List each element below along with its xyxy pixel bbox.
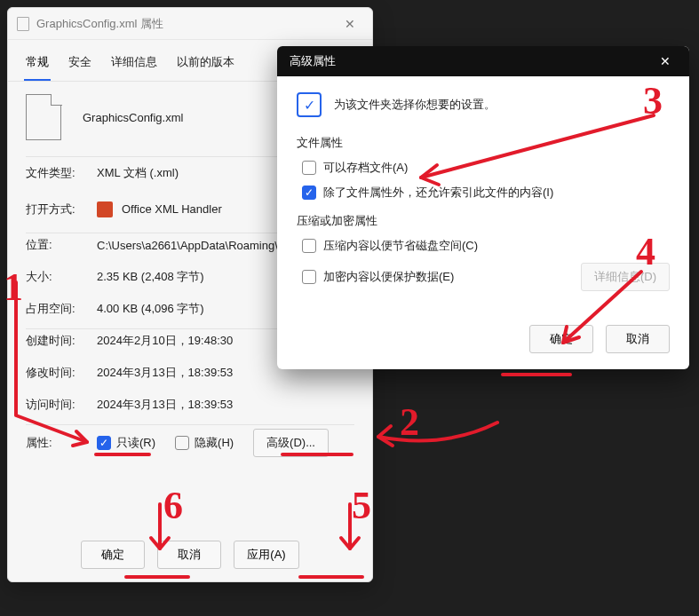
checkbox-off-icon <box>302 161 316 175</box>
file-attributes-title: 文件属性 <box>297 135 670 151</box>
checkbox-on-icon: ✓ <box>302 186 316 200</box>
checkbox-on-icon: ✓ <box>97 436 111 450</box>
checkbox-off-icon <box>302 239 316 253</box>
tab-general[interactable]: 常规 <box>24 49 51 81</box>
label-ctime: 创建时间: <box>26 333 97 349</box>
compress-encrypt-title: 压缩或加密属性 <box>297 213 670 229</box>
check-icon: ✓ <box>297 92 322 117</box>
advanced-headline: 为该文件夹选择你想要的设置。 <box>334 97 496 113</box>
label-size: 大小: <box>26 269 97 285</box>
window-title: GraphicsConfig.xml 属性 <box>36 16 163 32</box>
value-size: 2.35 KB (2,408 字节) <box>97 269 204 285</box>
index-checkbox[interactable]: ✓ 除了文件属性外，还允许索引此文件的内容(I) <box>302 185 670 201</box>
encrypt-label: 加密内容以便保护数据(E) <box>323 269 454 285</box>
checkbox-off-icon <box>302 270 316 284</box>
file-icon <box>17 17 29 31</box>
label-atime: 访问时间: <box>26 397 97 413</box>
compress-checkbox[interactable]: 压缩内容以便节省磁盘空间(C) <box>302 238 670 254</box>
label-mtime: 修改时间: <box>26 365 97 381</box>
advanced-body: ✓ 为该文件夹选择你想要的设置。 文件属性 可以存档文件(A) ✓ 除了文件属性… <box>277 76 689 312</box>
readonly-label: 只读(R) <box>116 435 155 451</box>
label-type: 文件类型: <box>26 165 97 181</box>
value-mtime: 2024年3月13日，18:39:53 <box>97 365 233 381</box>
tab-details[interactable]: 详细信息 <box>109 49 159 81</box>
dialog-buttons: 确定 取消 应用(A) <box>8 541 372 569</box>
checkbox-off-icon <box>175 436 189 450</box>
encrypt-checkbox[interactable]: 加密内容以便保护数据(E) <box>302 263 454 291</box>
readonly-checkbox[interactable]: ✓ 只读(R) <box>97 435 155 451</box>
tab-security[interactable]: 安全 <box>67 49 93 81</box>
value-location: C:\Users\a2661\AppData\Roaming\ <box>97 239 278 252</box>
label-openwith: 打开方式: <box>26 201 97 217</box>
advanced-button[interactable]: 高级(D)... <box>253 429 329 457</box>
advanced-title: 高级属性 <box>290 53 336 69</box>
file-attributes-section: 文件属性 可以存档文件(A) ✓ 除了文件属性外，还允许索引此文件的内容(I) <box>297 135 670 201</box>
annotation-arrow-2 <box>373 405 506 458</box>
label-attributes: 属性: <box>26 435 97 451</box>
apply-button[interactable]: 应用(A) <box>234 541 298 569</box>
office-icon <box>97 201 113 217</box>
label-disk: 占用空间: <box>26 301 97 317</box>
annotation-2: 2 <box>400 399 419 445</box>
advanced-header: ✓ 为该文件夹选择你想要的设置。 <box>297 92 670 117</box>
label-location: 位置: <box>26 237 97 253</box>
advanced-close-icon[interactable]: ✕ <box>654 50 677 73</box>
ok-button[interactable]: 确定 <box>81 541 145 569</box>
hidden-checkbox[interactable]: 隐藏(H) <box>175 435 234 451</box>
filename: GraphicsConfig.xml <box>83 111 183 124</box>
titlebar: GraphicsConfig.xml 属性 ✕ <box>8 8 372 40</box>
value-openwith: Office XML Handler <box>97 201 222 217</box>
big-file-icon <box>26 94 61 140</box>
advanced-buttons: 确定 取消 <box>277 312 689 369</box>
advanced-titlebar: 高级属性 ✕ <box>277 46 689 76</box>
underline-adv-ok <box>501 373 572 376</box>
advanced-cancel-button[interactable]: 取消 <box>606 325 670 353</box>
hidden-label: 隐藏(H) <box>195 435 234 451</box>
value-ctime: 2024年2月10日，19:48:30 <box>97 333 233 349</box>
value-type: XML 文档 (.xml) <box>97 165 179 181</box>
advanced-dialog: 高级属性 ✕ ✓ 为该文件夹选择你想要的设置。 文件属性 可以存档文件(A) ✓… <box>277 46 689 369</box>
archive-checkbox[interactable]: 可以存档文件(A) <box>302 160 670 176</box>
cancel-button[interactable]: 取消 <box>157 541 221 569</box>
details-button: 详细信息(D) <box>581 263 670 291</box>
tab-previous[interactable]: 以前的版本 <box>175 49 236 81</box>
compress-encrypt-section: 压缩或加密属性 压缩内容以便节省磁盘空间(C) 加密内容以便保护数据(E) 详细… <box>297 213 670 291</box>
row-attributes: 属性: ✓ 只读(R) 隐藏(H) 高级(D)... <box>26 424 354 465</box>
value-disk: 4.00 KB (4,096 字节) <box>97 301 204 317</box>
value-atime: 2024年3月13日，18:39:53 <box>97 397 233 413</box>
openwith-app: Office XML Handler <box>122 202 222 216</box>
compress-label: 压缩内容以便节省磁盘空间(C) <box>323 238 478 254</box>
row-atime: 访问时间: 2024年3月13日，18:39:53 <box>26 389 354 421</box>
index-label: 除了文件属性外，还允许索引此文件的内容(I) <box>323 185 553 201</box>
advanced-ok-button[interactable]: 确定 <box>529 325 593 353</box>
archive-label: 可以存档文件(A) <box>323 160 408 176</box>
close-icon[interactable]: ✕ <box>337 11 363 37</box>
